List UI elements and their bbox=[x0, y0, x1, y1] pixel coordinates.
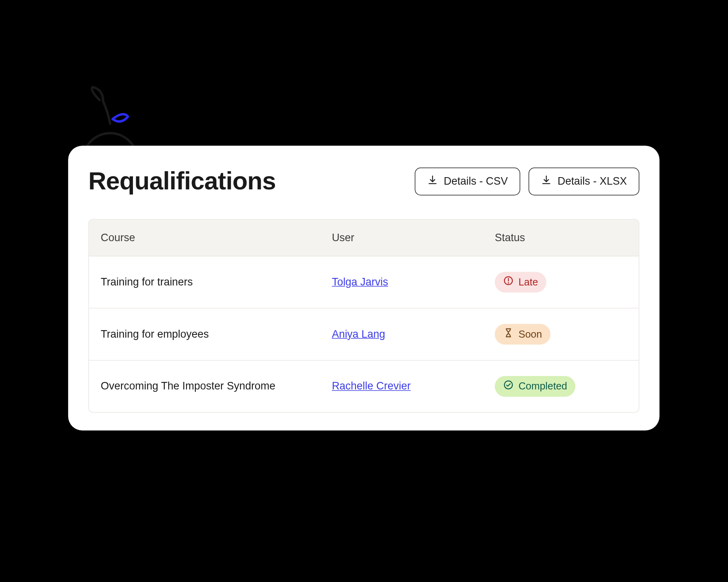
page-title: Requalifications bbox=[88, 167, 276, 195]
download-icon bbox=[541, 174, 552, 188]
user-link[interactable]: Tolga Jarvis bbox=[332, 276, 388, 288]
status-label: Completed bbox=[518, 380, 567, 392]
table-row: Training for trainers Tolga Jarvis Late bbox=[89, 256, 639, 308]
requalifications-card: Requalifications Details - CSV bbox=[68, 146, 660, 430]
cell-user: Aniya Lang bbox=[320, 313, 483, 356]
svg-point-2 bbox=[504, 381, 512, 389]
export-xlsx-label: Details - XLSX bbox=[557, 175, 627, 187]
cell-user: Rachelle Crevier bbox=[320, 365, 483, 408]
user-link[interactable]: Rachelle Crevier bbox=[332, 380, 411, 392]
export-csv-label: Details - CSV bbox=[444, 175, 508, 187]
cell-course: Training for trainers bbox=[89, 261, 320, 304]
svg-point-1 bbox=[508, 283, 508, 283]
status-badge-late: Late bbox=[495, 272, 546, 292]
status-badge-completed: Completed bbox=[495, 376, 575, 397]
cell-status: Soon bbox=[483, 308, 639, 360]
requalifications-table: Course User Status Training for trainers… bbox=[88, 219, 639, 413]
alert-circle-icon bbox=[503, 275, 514, 289]
download-icon bbox=[427, 174, 438, 188]
status-label: Soon bbox=[518, 328, 542, 340]
table-header: Course User Status bbox=[89, 220, 639, 257]
column-header-user: User bbox=[320, 220, 483, 256]
cell-status: Completed bbox=[483, 361, 639, 412]
export-csv-button[interactable]: Details - CSV bbox=[415, 167, 520, 195]
status-label: Late bbox=[518, 276, 538, 288]
export-buttons: Details - CSV Details - XLSX bbox=[415, 167, 639, 195]
column-header-course: Course bbox=[89, 220, 320, 256]
table-row: Training for employees Aniya Lang Soon bbox=[89, 308, 639, 361]
column-header-status: Status bbox=[483, 220, 639, 256]
cell-course: Overcoming The Imposter Syndrome bbox=[89, 365, 320, 408]
card-header: Requalifications Details - CSV bbox=[88, 167, 639, 195]
cell-user: Tolga Jarvis bbox=[320, 261, 483, 304]
cell-course: Training for employees bbox=[89, 313, 320, 356]
user-link[interactable]: Aniya Lang bbox=[332, 328, 385, 340]
status-badge-soon: Soon bbox=[495, 324, 550, 344]
check-circle-icon bbox=[503, 380, 514, 393]
hourglass-icon bbox=[503, 327, 514, 341]
export-xlsx-button[interactable]: Details - XLSX bbox=[529, 167, 639, 195]
table-row: Overcoming The Imposter Syndrome Rachell… bbox=[89, 361, 639, 412]
cell-status: Late bbox=[483, 256, 639, 308]
